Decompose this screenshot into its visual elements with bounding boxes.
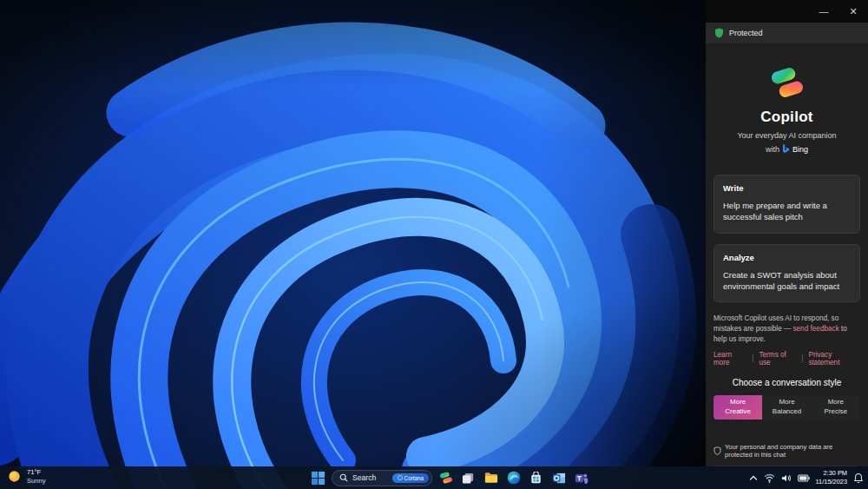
search-highlight-badge[interactable]: Cortana xyxy=(392,473,429,483)
shield-icon xyxy=(714,28,724,38)
notification-bell-icon[interactable] xyxy=(853,472,864,484)
terms-of-use-link[interactable]: Terms of use xyxy=(759,351,796,367)
start-button[interactable] xyxy=(309,468,327,487)
style-label-line1: More xyxy=(730,398,746,406)
tray-chevron-icon[interactable] xyxy=(749,475,758,481)
search-box[interactable]: Search Cortana xyxy=(332,470,432,486)
style-label-line1: More xyxy=(828,398,844,406)
send-feedback-link[interactable]: send feedback xyxy=(792,325,838,333)
search-icon xyxy=(339,473,348,482)
wifi-icon[interactable] xyxy=(764,473,775,483)
ai-disclaimer: Microsoft Copilot uses AI to respond, so… xyxy=(713,314,860,345)
copilot-subtitle: Your everyday AI companion xyxy=(713,131,860,140)
style-label-line2: Balanced xyxy=(773,407,801,416)
copilot-body: Copilot Your everyday AI companion with … xyxy=(706,43,868,466)
with-bing-line: with Bing xyxy=(713,144,860,154)
card-body: Create a SWOT analysis about environment… xyxy=(723,269,851,293)
battery-icon[interactable] xyxy=(798,474,810,482)
desktop-screen: — ✕ Protected xyxy=(0,0,868,489)
suggestion-card-analyze[interactable]: Analyze Create a SWOT analysis about env… xyxy=(713,244,860,303)
style-more-balanced-button[interactable]: More Balanced xyxy=(762,395,811,420)
teams-icon[interactable] xyxy=(572,468,590,487)
copilot-titlebar: — ✕ xyxy=(706,0,868,23)
system-tray: 2:30 PM 11/15/2023 xyxy=(749,468,864,487)
conversation-style-toggle: More Creative More Balanced More Precise xyxy=(713,395,860,420)
shield-outline-icon xyxy=(713,446,721,455)
style-more-creative-button[interactable]: More Creative xyxy=(713,395,762,420)
learn-more-link[interactable]: Learn more xyxy=(713,351,746,367)
card-title: Analyze xyxy=(723,253,851,262)
copilot-logo-icon xyxy=(769,64,806,101)
minimize-button[interactable]: — xyxy=(809,0,838,23)
style-label-line1: More xyxy=(779,398,794,406)
style-label-line2: Precise xyxy=(824,407,847,416)
style-more-precise-button[interactable]: More Precise xyxy=(812,395,860,420)
edge-icon[interactable] xyxy=(504,468,523,487)
copilot-title: Copilot xyxy=(713,109,860,126)
card-title: Write xyxy=(723,183,851,193)
legal-links-row: Learn more | Terms of use | Privacy stat… xyxy=(713,351,860,367)
weather-temperature: 71°F xyxy=(27,468,46,477)
search-label: Search xyxy=(352,473,376,482)
copilot-panel: — ✕ Protected xyxy=(706,0,868,466)
copilot-taskbar-icon[interactable] xyxy=(437,468,455,487)
with-label: with xyxy=(766,145,779,154)
outlook-icon[interactable] xyxy=(549,468,568,487)
clock-time: 2:30 PM xyxy=(816,469,847,478)
sun-icon xyxy=(7,469,22,484)
clock-date: 11/15/2023 xyxy=(816,478,847,486)
protected-status-bar: Protected xyxy=(706,23,868,43)
search-badge-label: Cortana xyxy=(404,475,424,481)
weather-widget[interactable]: 71°F Sunny xyxy=(7,468,46,486)
weather-condition: Sunny xyxy=(27,477,46,486)
task-view-icon[interactable] xyxy=(459,468,477,487)
privacy-statement-link[interactable]: Privacy statement xyxy=(808,351,860,367)
taskbar-center: Search Cortana xyxy=(309,468,590,487)
privacy-note-text: Your personal and company data are prote… xyxy=(725,443,860,459)
close-button[interactable]: ✕ xyxy=(838,0,868,23)
card-body: Help me prepare and write a successful s… xyxy=(723,200,851,223)
protected-label: Protected xyxy=(729,29,763,37)
privacy-note: Your personal and company data are prote… xyxy=(713,443,860,459)
bing-label: Bing xyxy=(792,145,808,154)
store-icon[interactable] xyxy=(527,468,545,487)
link-separator: | xyxy=(752,354,753,362)
file-explorer-icon[interactable] xyxy=(482,468,500,487)
style-label-line2: Creative xyxy=(725,407,751,416)
clock[interactable]: 2:30 PM 11/15/2023 xyxy=(816,469,847,486)
link-separator: | xyxy=(801,354,803,362)
bing-icon xyxy=(782,144,790,154)
volume-icon[interactable] xyxy=(781,473,792,483)
conversation-style-heading: Choose a conversation style xyxy=(713,378,860,387)
taskbar: 71°F Sunny Search Cortana xyxy=(0,466,868,489)
suggestion-card-write[interactable]: Write Help me prepare and write a succes… xyxy=(713,175,860,234)
